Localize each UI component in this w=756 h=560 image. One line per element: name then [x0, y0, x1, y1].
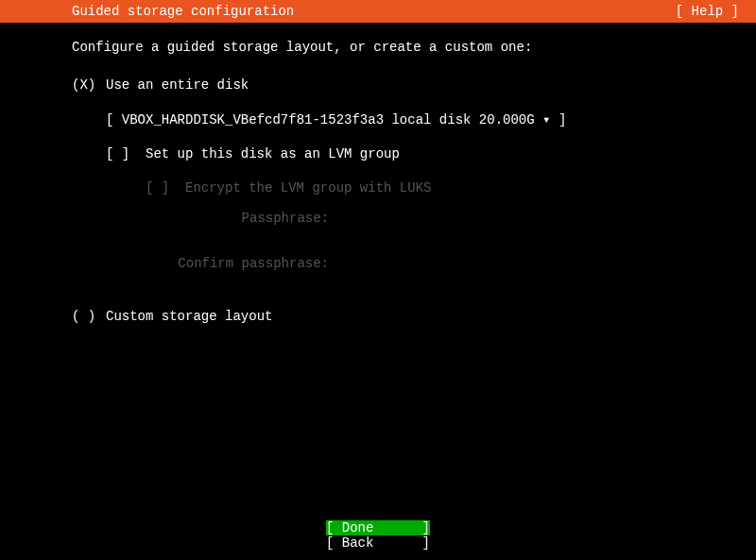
passphrase-row: Passphrase:	[72, 211, 756, 226]
footer: [ Done] [ Back]	[0, 520, 756, 551]
radio-selected-icon: (X)	[72, 77, 106, 93]
checkbox-lvm[interactable]: [ ] Set up this disk as an LVM group	[106, 146, 756, 161]
confirm-passphrase-row: Confirm passphrase:	[72, 256, 756, 271]
instruction-text: Configure a guided storage layout, or cr…	[72, 40, 756, 55]
checkbox-empty-icon: [ ]	[146, 180, 185, 195]
content: Configure a guided storage layout, or cr…	[0, 23, 756, 324]
option-entire-disk-label: Use an entire disk	[106, 77, 249, 93]
option-custom-label: Custom storage layout	[106, 309, 272, 324]
option-custom-layout[interactable]: ( ) Custom storage layout	[72, 309, 756, 324]
back-button[interactable]: [ Back]	[326, 535, 430, 551]
done-button[interactable]: [ Done]	[326, 520, 430, 535]
page-title: Guided storage configuration	[72, 4, 294, 19]
option-entire-disk[interactable]: (X) Use an entire disk	[72, 77, 756, 93]
checkbox-empty-icon: [ ]	[106, 146, 146, 161]
checkbox-encrypt: [ ] Encrypt the LVM group with LUKS	[146, 180, 756, 195]
passphrase-label: Passphrase:	[72, 211, 336, 226]
header: Guided storage configuration [ Help ]	[0, 0, 756, 23]
checkbox-encrypt-label: Encrypt the LVM group with LUKS	[185, 180, 431, 195]
help-button[interactable]: [ Help ]	[676, 4, 739, 19]
confirm-passphrase-label: Confirm passphrase:	[72, 256, 336, 271]
disk-selector[interactable]: [ VBOX_HARDDISK_VBefcd7f81-1523f3a3 loca…	[106, 111, 756, 127]
checkbox-lvm-label: Set up this disk as an LVM group	[146, 146, 400, 161]
radio-empty-icon: ( )	[72, 309, 106, 324]
